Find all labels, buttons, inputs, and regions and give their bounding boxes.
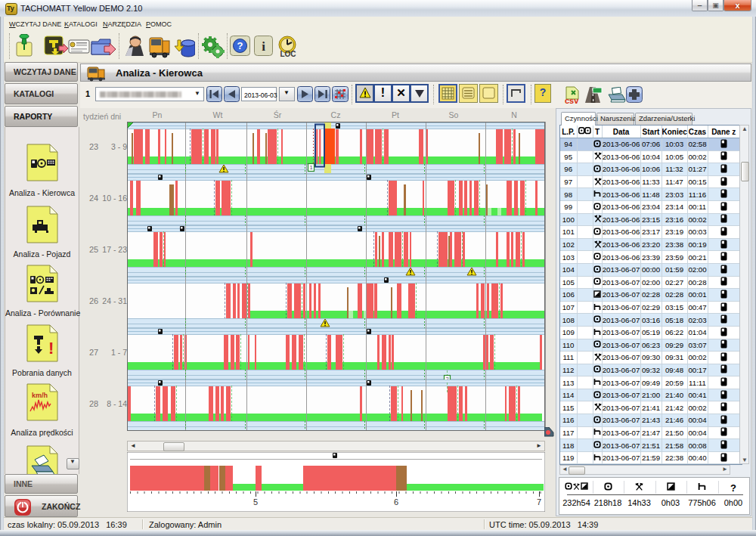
svg-text:km/h: km/h — [32, 392, 48, 399]
svg-text:LOC: LOC — [280, 50, 296, 58]
svg-text:6: 6 — [394, 497, 398, 507]
svg-text:?: ? — [237, 40, 243, 51]
svg-text:7: 7 — [537, 497, 541, 507]
svg-text:!: ! — [48, 339, 54, 358]
svg-text:i: i — [262, 39, 265, 54]
svg-text:5: 5 — [253, 497, 258, 507]
svg-text:csv: csv — [565, 96, 579, 104]
svg-text:1: 1 — [309, 164, 312, 171]
